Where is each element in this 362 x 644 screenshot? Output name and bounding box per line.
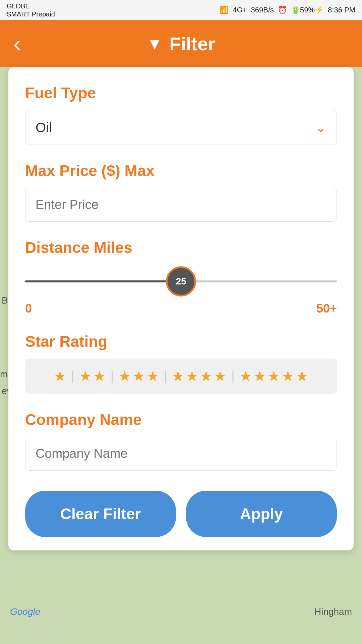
status-right: 📶 4G+ 369B/s ⏰ 🔋59%⚡ 8:36 PM [220,6,355,14]
price-input[interactable] [25,188,337,222]
rating-4-star[interactable]: ★ ★ ★ ★ [172,368,227,384]
star-icon: ★ [172,368,184,384]
star-icon: ★ [118,368,131,384]
signal-icon: 📶 [220,6,229,14]
header: ‹ ▼ Filter [0,20,362,67]
map-place-label: Hingham [314,606,352,617]
alarm-icon: ⏰ [278,6,287,14]
apply-button[interactable]: Apply [186,491,337,537]
star-icon: ★ [146,368,159,384]
distance-slider[interactable]: 25 [25,265,337,298]
chevron-down-icon: ⌄ [315,120,326,135]
slider-max-label: 50+ [316,302,337,316]
status-bar: GLOBE SMART Prepaid 📶 4G+ 369B/s ⏰ 🔋59%⚡… [0,0,362,20]
filter-icon: ▼ [147,35,163,53]
page-title: Filter [169,33,215,55]
slider-value: 25 [176,276,186,287]
carrier1: GLOBE [7,2,55,10]
filter-card: Fuel Type Oil ⌄ Max Price ($) Max Distan… [8,67,354,550]
carrier2: SMART Prepaid [7,10,55,18]
star-icon: ★ [186,368,198,384]
rating-5-star[interactable]: ★ ★ ★ ★ ★ [239,368,308,384]
max-price-section: Max Price ($) Max [25,162,337,238]
slider-min-label: 0 [25,302,32,316]
star-icon: ★ [93,368,106,384]
slider-fill [25,280,181,282]
clock: 8:36 PM [328,6,355,14]
google-logo: Google [10,606,40,617]
distance-label: Distance Miles [25,238,337,257]
map-label-m: m [0,369,8,380]
star-icon: ★ [54,368,66,384]
network-type: 4G+ [233,6,247,14]
star-row[interactable]: ★ | ★ ★ | ★ ★ ★ | ★ ★ ★ ★ | [25,359,337,394]
star-icon: ★ [79,368,92,384]
star-rating-section: Star Rating ★ | ★ ★ | ★ ★ ★ | ★ ★ [25,332,337,394]
max-price-label: Max Price ($) Max [25,162,337,180]
star-rating-label: Star Rating [25,332,337,351]
rating-3-star[interactable]: ★ ★ ★ [118,368,159,384]
company-name-section: Company Name [25,411,337,487]
rating-1-star[interactable]: ★ [54,368,66,384]
star-icon: ★ [239,368,252,384]
slider-thumb[interactable]: 25 [166,266,196,297]
star-icon: ★ [253,368,266,384]
star-icon: ★ [214,368,227,384]
star-divider: | [231,369,234,383]
star-icon: ★ [267,368,280,384]
star-icon: ★ [132,368,145,384]
star-divider: | [164,369,167,383]
clear-filter-button[interactable]: Clear Filter [25,491,176,537]
company-name-input[interactable] [25,437,337,471]
star-icon: ★ [282,368,294,384]
slider-labels: 0 50+ [25,302,337,316]
star-divider: | [71,369,74,383]
star-icon: ★ [200,368,213,384]
header-title-area: ▼ Filter [147,33,215,55]
fuel-type-dropdown[interactable]: Oil ⌄ [25,110,337,145]
fuel-type-value: Oil [36,120,52,135]
speed-indicator: 369B/s [251,6,274,14]
fuel-type-label: Fuel Type [25,84,337,102]
action-buttons: Clear Filter Apply [25,491,337,537]
rating-2-star[interactable]: ★ ★ [79,368,106,384]
star-icon: ★ [296,368,308,384]
company-name-label: Company Name [25,411,337,429]
fuel-type-section: Fuel Type Oil ⌄ [25,84,337,145]
battery-icon: 🔋59%⚡ [291,6,324,14]
distance-section: Distance Miles 25 0 50+ [25,238,337,316]
carrier-info: GLOBE SMART Prepaid [7,2,55,18]
map-bottom: Google Hingham [10,606,352,617]
back-button[interactable]: ‹ [13,33,20,54]
star-divider: | [111,369,114,383]
